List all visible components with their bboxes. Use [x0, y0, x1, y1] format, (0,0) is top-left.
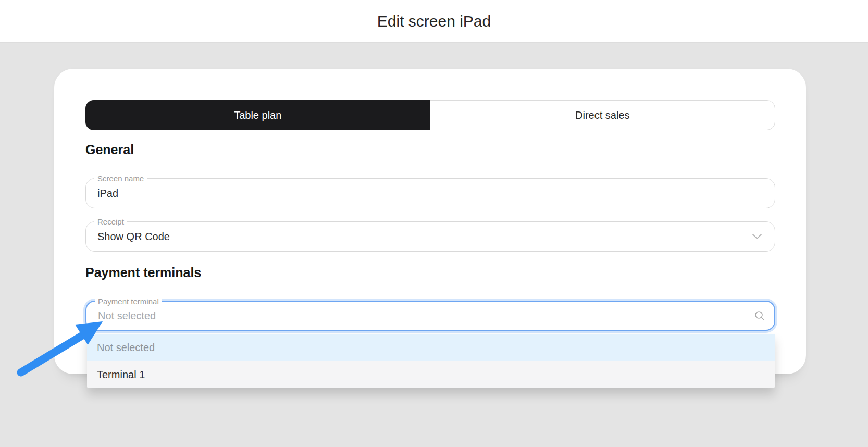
- edit-screen-card: Table plan Direct sales General Screen n…: [54, 69, 806, 374]
- screen-name-label: Screen name: [94, 173, 147, 183]
- payment-terminal-search-input[interactable]: [86, 302, 774, 330]
- receipt-selected-value: Show QR Code: [86, 231, 170, 243]
- receipt-select[interactable]: Receipt Show QR Code: [85, 221, 775, 252]
- search-icon: [753, 309, 766, 322]
- payment-terminal-label: Payment terminal: [95, 296, 162, 306]
- payment-terminals-heading: Payment terminals: [85, 265, 201, 280]
- header-bar: Edit screen iPad: [0, 0, 868, 43]
- tab-direct-sales[interactable]: Direct sales: [430, 101, 775, 130]
- general-heading: General: [85, 142, 134, 157]
- payment-terminal-field[interactable]: Payment terminal: [85, 301, 775, 331]
- dropdown-option-not-selected[interactable]: Not selected: [87, 334, 775, 361]
- tab-control: Table plan Direct sales: [85, 100, 775, 130]
- screen-name-input[interactable]: [86, 179, 775, 208]
- page-title: Edit screen iPad: [377, 13, 491, 30]
- screen-name-field[interactable]: Screen name: [85, 178, 775, 208]
- terminal-dropdown-menu: Not selected Terminal 1: [87, 334, 775, 388]
- dropdown-option-terminal-1[interactable]: Terminal 1: [87, 361, 775, 388]
- tab-table-plan[interactable]: Table plan: [85, 100, 430, 130]
- receipt-label: Receipt: [94, 217, 127, 227]
- chevron-down-icon: [752, 233, 762, 240]
